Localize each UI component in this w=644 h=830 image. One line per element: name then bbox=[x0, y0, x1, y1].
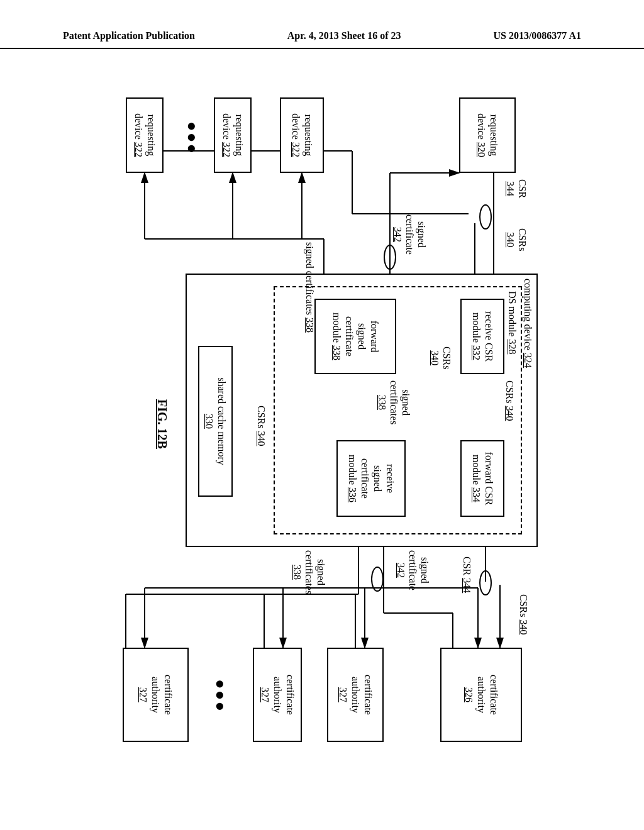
c340ti-num: 340 bbox=[504, 406, 515, 421]
ca327c-l1: certificate bbox=[162, 675, 175, 715]
req322c-num: 322 bbox=[133, 142, 144, 157]
ca327a-l2: authority bbox=[349, 677, 362, 713]
ca327c-num: 327 bbox=[137, 687, 150, 702]
fwd-csr-l2: module bbox=[471, 455, 482, 485]
ca327c-l2: authority bbox=[150, 677, 162, 713]
ca326-l1: certificate bbox=[487, 675, 500, 715]
recv-csr-num: 332 bbox=[471, 345, 482, 360]
recv-signed-l3: certificate bbox=[358, 458, 371, 499]
requesting-device-322-b: requesting device 322 bbox=[214, 97, 252, 173]
label-csrs340-right: CSRs 340 bbox=[518, 594, 530, 634]
label-csrs340-left: CSRs 340 bbox=[504, 228, 528, 251]
fwd-signed-l4: module bbox=[331, 313, 342, 343]
s342l-num: 342 bbox=[392, 227, 403, 242]
fwd-csr-l1: forward CSR bbox=[482, 452, 495, 506]
ellipsis-right: ●●● bbox=[211, 679, 230, 712]
c340c-num: 340 bbox=[256, 431, 267, 446]
recv-signed-l4: module bbox=[347, 455, 358, 485]
forward-signed-cert-module: forward signed certificate module 338 bbox=[314, 299, 396, 374]
recv-signed-l1: receive bbox=[384, 464, 396, 493]
label-csrs340-midinner: CSRs 340 bbox=[429, 346, 453, 369]
csr344l-num: 344 bbox=[505, 181, 516, 196]
csr344r-num: 344 bbox=[462, 578, 472, 593]
label-signed338-inner: signed certificates 338 bbox=[375, 380, 412, 424]
csr-group-oval-left bbox=[479, 204, 492, 230]
certificate-authority-327-c: certificate authority 327 bbox=[123, 648, 189, 742]
ca327a-l1: certificate bbox=[362, 675, 374, 715]
ca327a-num: 327 bbox=[336, 687, 349, 702]
req322c-l1: requesting bbox=[145, 114, 157, 157]
c340c-l1: CSRs bbox=[256, 406, 267, 428]
recv-csr-l2: module bbox=[471, 313, 482, 343]
req320-l2: device bbox=[476, 113, 487, 140]
csr344r-l1: CSR bbox=[462, 556, 472, 575]
req322c-l2: device bbox=[133, 113, 144, 140]
req322b-l2: device bbox=[221, 113, 232, 140]
header-right: US 2013/0086377 A1 bbox=[493, 30, 581, 47]
cache-num: 330 bbox=[203, 414, 216, 429]
fwd-signed-l3: certificate bbox=[343, 316, 355, 357]
c340r-num: 340 bbox=[518, 619, 529, 634]
ellipsis-left: ●●● bbox=[182, 121, 201, 155]
label-csr344-left: CSR 344 bbox=[504, 179, 528, 198]
figure-diagram: requesting device 320 requesting device … bbox=[75, 91, 553, 751]
certificate-authority-326: certificate authority 326 bbox=[440, 648, 522, 742]
header-left: Patent Application Publication bbox=[63, 30, 195, 47]
certificate-authority-327-b: certificate authority 327 bbox=[253, 648, 302, 742]
computing-device-label: computing device bbox=[523, 279, 533, 350]
label-csr344-right: CSR 344 bbox=[461, 556, 473, 593]
s338l-l1: signed certificates bbox=[304, 242, 315, 315]
ds-module-label: DS module bbox=[507, 291, 518, 336]
shared-cache-memory: shared cache memory 330 bbox=[198, 346, 233, 497]
s338r-l1: signed bbox=[316, 559, 326, 585]
c340mi-l1: CSRs bbox=[441, 346, 452, 369]
s338i-l1: signed bbox=[401, 389, 411, 416]
c340r-l1: CSRs bbox=[518, 594, 529, 617]
receive-signed-cert-module: receive signed certificate module 336 bbox=[336, 440, 406, 517]
requesting-device-322-c: requesting device 322 bbox=[126, 97, 164, 173]
s342r-num: 342 bbox=[396, 563, 406, 578]
c340ti-l1: CSRs bbox=[504, 380, 515, 403]
signed-oval-right bbox=[371, 567, 384, 592]
ca326-num: 326 bbox=[462, 687, 475, 702]
ds-module-num: 328 bbox=[507, 339, 518, 354]
csrs340l-l1: CSRs bbox=[517, 228, 528, 251]
s338i-num: 338 bbox=[377, 395, 387, 410]
req320-l1: requesting bbox=[487, 114, 500, 157]
s338r-l2: certificates bbox=[304, 550, 314, 594]
s338r-num: 338 bbox=[292, 565, 303, 580]
label-signed338-left: signed certificates 338 bbox=[304, 242, 316, 333]
csr-group-oval-right bbox=[479, 570, 492, 595]
s342r-l1: signed bbox=[419, 557, 430, 584]
s342l-l2: certificate bbox=[404, 214, 415, 255]
recv-signed-num: 336 bbox=[347, 487, 358, 502]
requesting-device-322-a: requesting device 322 bbox=[280, 97, 324, 173]
ca326-l2: authority bbox=[475, 677, 487, 713]
label-signed338-right: signed certificates 338 bbox=[291, 550, 327, 594]
computing-device-num: 324 bbox=[523, 353, 533, 368]
req320-num: 320 bbox=[476, 142, 487, 157]
s338l-num: 338 bbox=[304, 318, 315, 333]
req322b-l1: requesting bbox=[233, 114, 245, 157]
csrs340l-num: 340 bbox=[505, 232, 516, 247]
ca327b-l2: authority bbox=[271, 677, 284, 713]
ca327b-l1: certificate bbox=[284, 675, 296, 715]
requesting-device-320: requesting device 320 bbox=[459, 97, 516, 173]
c340mi-num: 340 bbox=[430, 350, 440, 365]
receive-csr-module: receive CSR module 332 bbox=[460, 299, 504, 374]
recv-csr-l1: receive CSR bbox=[482, 311, 495, 362]
ca327b-num: 327 bbox=[258, 687, 271, 702]
s338i-l2: certificates bbox=[389, 380, 399, 424]
cache-l1: shared cache memory bbox=[216, 377, 228, 465]
fwd-signed-num: 338 bbox=[331, 345, 342, 360]
fwd-csr-num: 334 bbox=[471, 487, 482, 502]
label-signed342-right: signed certificate 342 bbox=[394, 550, 431, 590]
req322a-l2: device bbox=[291, 113, 301, 140]
s342l-l1: signed bbox=[416, 221, 427, 248]
label-signed342-left: signed certificate 342 bbox=[391, 214, 428, 255]
certificate-authority-327-a: certificate authority 327 bbox=[327, 648, 384, 742]
req322b-num: 322 bbox=[221, 142, 232, 157]
forward-csr-module: forward CSR module 334 bbox=[460, 440, 504, 517]
recv-signed-l2: signed bbox=[371, 465, 384, 492]
figure-label: FIG. 12B bbox=[155, 399, 170, 449]
